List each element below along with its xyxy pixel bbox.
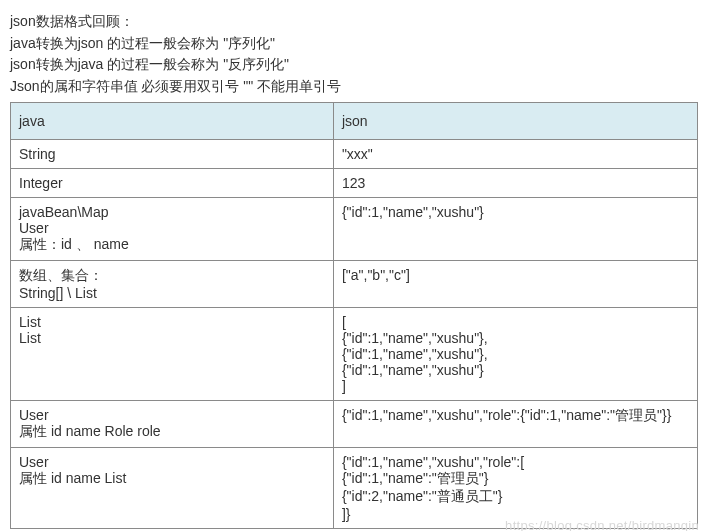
table-row: User属性 id name List{"id":1,"name","xushu… xyxy=(11,448,698,529)
table-row: 数组、集合：String[] \ List["a","b","c"] xyxy=(11,261,698,308)
cell-java: ListList xyxy=(11,308,334,401)
cell-json: {"id":1,"name","xushu","role":{"id":1,"n… xyxy=(333,401,697,448)
cell-json: "xxx" xyxy=(333,140,697,169)
cell-java: User属性 id name List xyxy=(11,448,334,529)
cell-json: {"id":1,"name","xushu","role":[{"id":1,"… xyxy=(333,448,697,529)
cell-json: ["a","b","c"] xyxy=(333,261,697,308)
intro-line-1: json数据格式回顾： xyxy=(10,12,701,32)
table-row: javaBean\MapUser属性：id 、 name{"id":1,"nam… xyxy=(11,198,698,261)
table-row: ListList[{"id":1,"name","xushu"},{"id":1… xyxy=(11,308,698,401)
intro-line-4: Json的属和字符串值 必须要用双引号 "" 不能用单引号 xyxy=(10,77,701,97)
cell-json: 123 xyxy=(333,169,697,198)
table-row: String"xxx" xyxy=(11,140,698,169)
java-json-table: java json String"xxx"Integer123javaBean\… xyxy=(10,102,698,529)
cell-java: Integer xyxy=(11,169,334,198)
header-java: java xyxy=(11,103,334,140)
intro-line-2: java转换为json 的过程一般会称为 "序列化" xyxy=(10,34,701,54)
table-header-row: java json xyxy=(11,103,698,140)
table-row: User属性 id name Role role{"id":1,"name","… xyxy=(11,401,698,448)
cell-java: User属性 id name Role role xyxy=(11,401,334,448)
cell-json: [{"id":1,"name","xushu"},{"id":1,"name",… xyxy=(333,308,697,401)
cell-java: 数组、集合：String[] \ List xyxy=(11,261,334,308)
table-row: Integer123 xyxy=(11,169,698,198)
intro-block: json数据格式回顾： java转换为json 的过程一般会称为 "序列化" j… xyxy=(10,12,701,96)
cell-json: {"id":1,"name","xushu"} xyxy=(333,198,697,261)
cell-java: String xyxy=(11,140,334,169)
header-json: json xyxy=(333,103,697,140)
cell-java: javaBean\MapUser属性：id 、 name xyxy=(11,198,334,261)
intro-line-3: json转换为java 的过程一般会称为 "反序列化" xyxy=(10,55,701,75)
